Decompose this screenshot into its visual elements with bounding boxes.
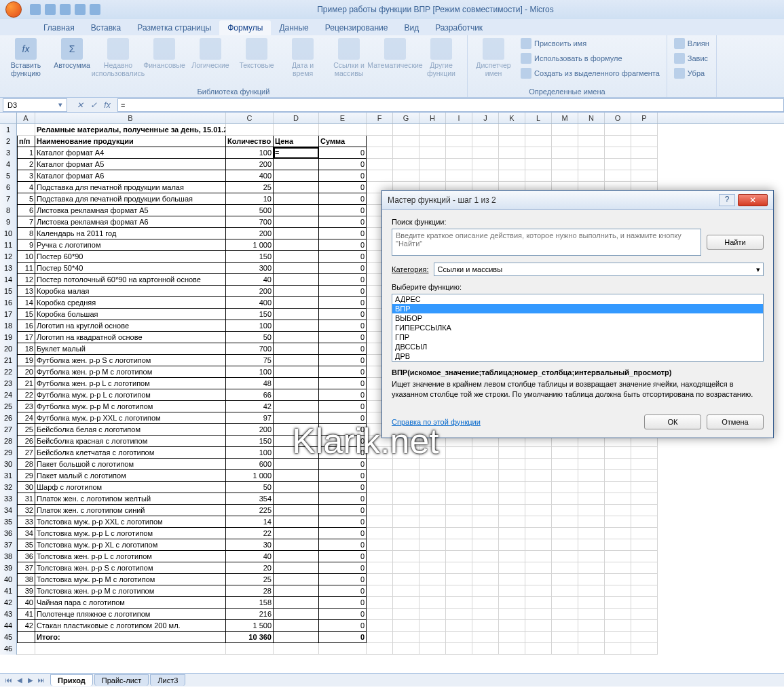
- cell[interactable]: [525, 147, 552, 159]
- row-header[interactable]: 42: [0, 597, 17, 609]
- cell[interactable]: Логотип на круглой основе: [35, 320, 226, 332]
- row-header[interactable]: 35: [0, 516, 17, 528]
- cell[interactable]: [274, 251, 319, 263]
- cell[interactable]: 100: [226, 320, 274, 332]
- cell[interactable]: [525, 447, 552, 459]
- row-header[interactable]: 28: [0, 436, 17, 447]
- sheet-nav-last-icon[interactable]: ⏭: [37, 676, 46, 685]
- cell[interactable]: 0: [319, 585, 367, 597]
- cell[interactable]: 0: [319, 389, 367, 401]
- cell[interactable]: Футболка муж. р-р L с логотипом: [35, 389, 226, 401]
- column-header[interactable]: G: [393, 113, 419, 123]
- cell[interactable]: [274, 505, 319, 516]
- cell[interactable]: [367, 505, 393, 516]
- cell[interactable]: Итого:: [35, 632, 226, 643]
- cell[interactable]: [499, 597, 525, 609]
- row-header[interactable]: 43: [0, 609, 17, 620]
- cell[interactable]: [605, 482, 631, 493]
- cell[interactable]: Постер 50*40: [35, 263, 226, 274]
- row-header[interactable]: 7: [0, 193, 17, 205]
- cell[interactable]: [472, 539, 499, 551]
- cell[interactable]: [274, 297, 319, 309]
- cell[interactable]: 100: [226, 366, 274, 378]
- cell[interactable]: Подставка для печатной продукции большая: [35, 193, 226, 205]
- cell[interactable]: 200: [226, 159, 274, 170]
- cell[interactable]: [605, 597, 631, 609]
- cell[interactable]: [446, 574, 472, 585]
- cell[interactable]: [446, 551, 472, 562]
- column-header[interactable]: I: [446, 113, 472, 123]
- cell[interactable]: [525, 170, 552, 182]
- cell[interactable]: [578, 470, 605, 482]
- cell[interactable]: 35: [17, 539, 35, 551]
- cell[interactable]: [226, 124, 274, 136]
- cell[interactable]: [578, 447, 605, 459]
- cell[interactable]: 6: [17, 205, 35, 216]
- ribbon-tab-5[interactable]: Рецензирование: [317, 20, 396, 35]
- cell[interactable]: [274, 459, 319, 470]
- row-header[interactable]: 15: [0, 286, 17, 297]
- cell[interactable]: [499, 470, 525, 482]
- cell[interactable]: [367, 459, 393, 470]
- cell[interactable]: [578, 528, 605, 539]
- cell[interactable]: 0: [319, 482, 367, 493]
- cell[interactable]: [578, 574, 605, 585]
- create-from-selection-button[interactable]: Создать из выделенного фрагмента: [518, 66, 662, 80]
- cell[interactable]: [393, 539, 419, 551]
- cell[interactable]: [446, 562, 472, 574]
- trace-precedents-button[interactable]: Влиян: [671, 37, 712, 50]
- cell[interactable]: [274, 193, 319, 205]
- cell[interactable]: 18: [17, 343, 35, 355]
- cell[interactable]: [419, 585, 446, 597]
- cell[interactable]: 42: [226, 401, 274, 412]
- cell[interactable]: [525, 609, 552, 620]
- cell[interactable]: [499, 493, 525, 505]
- cancel-formula-icon[interactable]: ✕: [74, 99, 86, 111]
- cell[interactable]: [35, 643, 226, 655]
- cell[interactable]: [472, 170, 499, 182]
- ribbon-tab-3[interactable]: Формулы: [219, 20, 271, 35]
- cell[interactable]: 41: [17, 609, 35, 620]
- cell[interactable]: 25: [226, 182, 274, 193]
- cancel-button[interactable]: Отмена: [707, 415, 764, 429]
- cell[interactable]: Толстовка муж. р-р M с логотипом: [35, 574, 226, 585]
- cell[interactable]: [631, 620, 658, 632]
- cell[interactable]: [274, 124, 319, 136]
- cell[interactable]: [393, 447, 419, 459]
- cell[interactable]: [578, 562, 605, 574]
- column-header[interactable]: P: [631, 113, 658, 123]
- cell[interactable]: [472, 562, 499, 574]
- cell[interactable]: 9: [17, 239, 35, 251]
- cell[interactable]: 0: [319, 147, 367, 159]
- cell[interactable]: 216: [226, 609, 274, 620]
- recent-functions-button[interactable]: Недавно использовались: [96, 37, 140, 79]
- cell[interactable]: 36: [17, 551, 35, 562]
- cell[interactable]: [552, 539, 578, 551]
- cell[interactable]: Пакет большой с логотипом: [35, 459, 226, 470]
- row-header[interactable]: 23: [0, 378, 17, 389]
- cell[interactable]: Коробка средняя: [35, 297, 226, 309]
- sheet-nav-prev-icon[interactable]: ◀: [15, 676, 24, 685]
- cell[interactable]: [367, 482, 393, 493]
- row-header[interactable]: 19: [0, 332, 17, 343]
- cell[interactable]: [552, 585, 578, 597]
- cell[interactable]: [419, 551, 446, 562]
- cell[interactable]: [499, 528, 525, 539]
- cell[interactable]: 11: [17, 263, 35, 274]
- cell[interactable]: [472, 585, 499, 597]
- cell[interactable]: [605, 585, 631, 597]
- cell[interactable]: [419, 574, 446, 585]
- cell[interactable]: 1 500: [226, 620, 274, 632]
- cell[interactable]: [274, 482, 319, 493]
- cell[interactable]: [274, 493, 319, 505]
- cell[interactable]: 0: [319, 632, 367, 643]
- cell[interactable]: Наименование продукции: [35, 136, 226, 147]
- cell[interactable]: [419, 470, 446, 482]
- cell[interactable]: 27: [17, 447, 35, 459]
- cell[interactable]: Постер потолочный 60*90 на картонной осн…: [35, 274, 226, 286]
- row-header[interactable]: 30: [0, 459, 17, 470]
- cell[interactable]: [472, 447, 499, 459]
- cell[interactable]: 50: [226, 332, 274, 343]
- function-list-item[interactable]: ГПР: [392, 332, 763, 342]
- ribbon-tab-1[interactable]: Вставка: [83, 20, 130, 35]
